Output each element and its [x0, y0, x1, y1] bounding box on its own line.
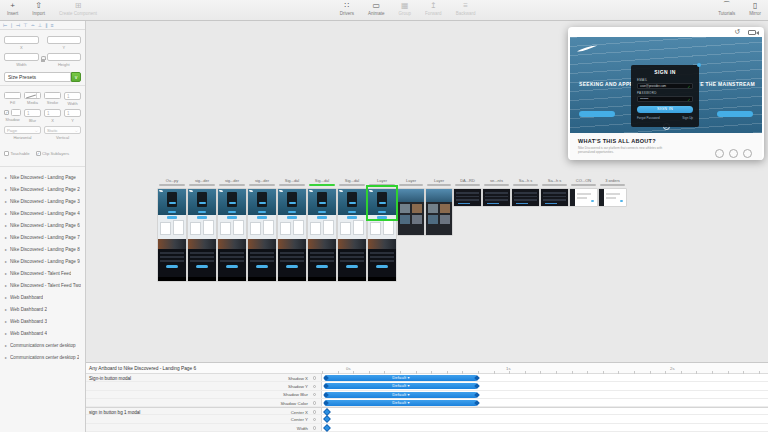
animated-property-name[interactable]: Shadow Blur — [283, 392, 308, 397]
animated-property-name[interactable]: Shadow Color — [280, 401, 308, 406]
timeline-track[interactable]: Default ▾ — [322, 382, 768, 389]
keyframe-diamond[interactable] — [324, 417, 330, 423]
artboard-thumbnail[interactable] — [308, 189, 336, 281]
timeline-track[interactable] — [322, 408, 768, 414]
disclosure-triangle-icon[interactable]: ▸ — [5, 235, 7, 240]
align-middle-icon[interactable]: ∸ — [31, 21, 35, 29]
property-clock-icon[interactable] — [313, 426, 317, 430]
layer-list-item[interactable]: ▸Nike Discovered - Landing Page 9 — [0, 255, 85, 267]
vertical-sizing-dropdown[interactable]: Static⌵ — [44, 126, 81, 134]
disclosure-triangle-icon[interactable]: ▸ — [5, 211, 7, 216]
artboard-thumbnail[interactable] — [454, 189, 481, 206]
media-swatch[interactable] — [24, 92, 41, 99]
shadow-y-field[interactable]: 1 — [64, 109, 81, 117]
artboard-thumbnail[interactable] — [248, 189, 276, 281]
layer-list-item[interactable]: ▸Communications center desktop 2 — [0, 351, 85, 363]
disclosure-triangle-icon[interactable]: ▸ — [5, 271, 7, 276]
drivers-button[interactable]: ∷Drivers — [340, 1, 354, 16]
layer-list-item[interactable]: ▸Web Dashboard 2 — [0, 303, 85, 315]
height-field[interactable] — [47, 53, 82, 61]
email-input[interactable]: user@provider.com✓ — [637, 83, 693, 89]
align-bottom-icon[interactable]: ⊥ — [38, 21, 42, 29]
artboard-thumbnail[interactable] — [570, 189, 597, 206]
property-clock-icon[interactable] — [313, 393, 317, 397]
layer-list-item[interactable]: ▸Nike Discovered - Landing Page — [0, 171, 85, 183]
layer-list-item[interactable]: ▸Nike Discovered - Landing Page 2 — [0, 183, 85, 195]
width-field[interactable] — [4, 53, 39, 61]
align-left-icon[interactable]: ⊢ — [3, 21, 7, 29]
hero-button-right[interactable] — [717, 111, 753, 117]
apply-preset-button[interactable]: ∨ — [71, 72, 81, 82]
property-clock-icon[interactable] — [313, 401, 317, 405]
align-top-icon[interactable]: ⊤ — [23, 21, 27, 29]
timeline-track[interactable] — [322, 415, 768, 422]
timeline-track[interactable] — [322, 424, 768, 431]
layer-list-item[interactable]: ▸Nike Discovered - Landing Page 6 — [0, 219, 85, 231]
shadow-swatch[interactable] — [11, 109, 22, 116]
distribute-v-icon[interactable]: ≡ — [51, 21, 54, 29]
stroke-swatch[interactable] — [44, 92, 61, 99]
animation-bar[interactable]: Default ▾ — [324, 400, 478, 406]
artboard-thumbnail[interactable] — [599, 189, 626, 206]
shadow-checkbox[interactable]: ✓ — [4, 110, 9, 115]
animation-bar[interactable]: Default ▾ — [324, 392, 478, 398]
disclosure-triangle-icon[interactable]: ▸ — [5, 223, 7, 228]
keyframe-diamond[interactable] — [324, 409, 330, 415]
tutorials-button[interactable]: ⌒Tutorials — [718, 1, 735, 16]
animated-property-name[interactable]: Center Y — [291, 417, 308, 422]
x-field[interactable] — [4, 36, 39, 44]
modal-close-dot[interactable] — [697, 63, 701, 67]
layer-list-item[interactable]: ▸Web Dashboard — [0, 291, 85, 303]
sign-in-button[interactable]: SIGN IN — [637, 106, 693, 113]
timeline-track[interactable]: Default ▾ — [322, 391, 768, 398]
lock-aspect-icon[interactable] — [41, 59, 45, 62]
property-clock-icon[interactable] — [313, 376, 317, 380]
size-presets-dropdown[interactable]: Size Presets — [4, 72, 71, 82]
animate-button[interactable]: ▭Animate — [368, 1, 385, 16]
align-right-icon[interactable]: ⊣ — [16, 21, 20, 29]
disclosure-triangle-icon[interactable]: ▸ — [5, 175, 7, 180]
disclosure-triangle-icon[interactable]: ▸ — [5, 355, 7, 360]
disclosure-triangle-icon[interactable]: ▸ — [5, 199, 7, 204]
touchable-checkbox[interactable] — [4, 151, 9, 156]
artboard-thumbnail[interactable] — [338, 189, 366, 281]
shadow-blur-field[interactable]: 1 — [24, 109, 41, 117]
y-field[interactable] — [47, 36, 82, 44]
mirror-button[interactable]: ▯Mirror — [749, 1, 761, 16]
animation-bar[interactable]: Default ▾ — [324, 383, 478, 389]
artboard-thumbnail[interactable] — [278, 189, 306, 281]
import-button[interactable]: ⇧Import — [32, 1, 45, 16]
keyframe-diamond[interactable] — [324, 425, 330, 431]
disclosure-triangle-icon[interactable]: ▸ — [5, 295, 7, 300]
disclosure-triangle-icon[interactable]: ▸ — [5, 247, 7, 252]
animated-property-name[interactable]: Shadow Y — [288, 384, 308, 389]
animated-property-name[interactable]: Center X — [291, 410, 308, 415]
layer-list-item[interactable]: ▸Web Dashboard 3 — [0, 315, 85, 327]
clip-sublayers-checkbox[interactable]: ✓ — [36, 151, 41, 156]
timeline-track[interactable]: Default ▾ — [322, 374, 768, 381]
distribute-h-icon[interactable]: ∥ — [45, 21, 48, 29]
stroke-width-field[interactable]: 1 — [64, 92, 81, 100]
disclosure-triangle-icon[interactable]: ▸ — [5, 187, 7, 192]
disclosure-triangle-icon[interactable]: ▸ — [5, 283, 7, 288]
artboard-thumbnail[interactable] — [218, 189, 246, 281]
artboard-thumbnail[interactable] — [483, 189, 510, 206]
layer-list-item[interactable]: ▸Nike Discovered - Talent Feed Two — [0, 279, 85, 291]
disclosure-triangle-icon[interactable]: ▸ — [5, 307, 7, 312]
layer-list-item[interactable]: ▸Nike Discovered - Landing Page 7 — [0, 231, 85, 243]
artboard-thumbnail[interactable] — [512, 189, 539, 206]
disclosure-triangle-icon[interactable]: ▸ — [5, 319, 7, 324]
record-camera-icon[interactable] — [748, 30, 756, 35]
shadow-x-field[interactable]: 1 — [44, 109, 61, 117]
disclosure-triangle-icon[interactable]: ▸ — [5, 331, 7, 336]
artboard-thumbnail[interactable] — [541, 189, 568, 206]
time-ruler[interactable]: 0s1s2s — [322, 363, 768, 374]
layer-list-item[interactable]: ▸Nike Discovered - Landing Page 8 — [0, 243, 85, 255]
timeline-group-name[interactable]: Sign-in button modal — [89, 376, 131, 381]
layer-list-item[interactable]: ▸Nike Discovered - Landing Page 4 — [0, 207, 85, 219]
property-clock-icon[interactable] — [313, 385, 317, 389]
restart-preview-icon[interactable]: ↺ — [734, 28, 740, 36]
align-center-h-icon[interactable]: ∣ — [10, 21, 13, 29]
animation-bar[interactable]: Default ▾ — [324, 375, 478, 381]
disclosure-triangle-icon[interactable]: ▸ — [5, 259, 7, 264]
